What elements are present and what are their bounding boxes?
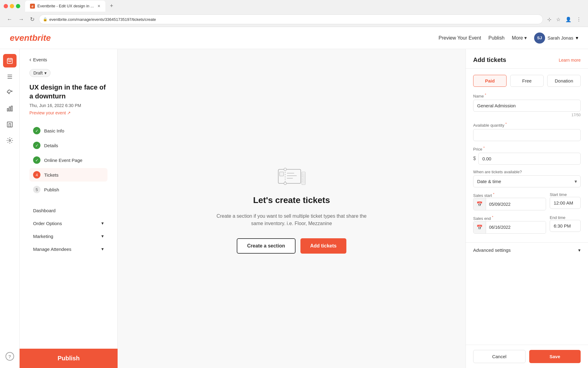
tab-close-button[interactable]: ✕ [97, 4, 100, 8]
new-tab-button[interactable]: + [108, 2, 115, 10]
tab-donation[interactable]: Donation [547, 75, 581, 87]
add-tickets-button[interactable]: Add tickets [300, 238, 346, 254]
back-to-events-link[interactable]: ‹ Events [29, 56, 107, 63]
sales-end-input-wrapper: 📅 [473, 221, 546, 234]
left-sidebar: ‹ Events Draft ▾ UX design in the face o… [20, 49, 118, 368]
step-label-basic-info: Basic Info [44, 128, 64, 133]
availability-label: When are tickets available? [473, 170, 581, 174]
tab-paid[interactable]: Paid [473, 75, 507, 87]
preview-event-link-sidebar[interactable]: Preview your event ↗ [29, 110, 107, 115]
content-description: Create a section if you want to sell mul… [215, 213, 368, 227]
minimize-traffic-light[interactable] [10, 4, 14, 8]
price-row: $ [473, 153, 581, 165]
more-nav-button[interactable]: More ▾ [512, 35, 526, 41]
sidebar-bottom: Dashboard Order Options ▾ Marketing ▾ Ma… [29, 205, 107, 255]
sales-start-field: Sales start * 📅 [473, 192, 546, 210]
step-tickets[interactable]: 4 Tickets [29, 168, 107, 182]
address-bar[interactable]: 🔒 eventbrite.com/manage/events/336451735… [39, 14, 543, 24]
content-actions: Create a section Add tickets [237, 238, 346, 254]
end-time-input[interactable] [550, 220, 581, 232]
more-label: More [512, 35, 523, 41]
cancel-button[interactable]: Cancel [473, 350, 526, 363]
learn-more-link[interactable]: Learn more [559, 58, 581, 63]
sidebar-icon-settings[interactable] [3, 134, 17, 147]
browser-tab-active[interactable]: Eventbrite - Edit UX design in ... ✕ [25, 1, 105, 12]
extensions-button[interactable]: ⊹ [545, 15, 553, 24]
svg-rect-2 [9, 61, 10, 62]
eventbrite-logo[interactable]: eventbrite [10, 33, 51, 43]
sales-end-input[interactable] [486, 222, 546, 233]
help-icon[interactable]: ? [6, 352, 14, 361]
publish-bar-label: Publish [58, 355, 80, 362]
sales-end-field: Sales end * 📅 [473, 215, 546, 233]
content-title: Let's create tickets [253, 195, 330, 205]
publish-nav-button[interactable]: Publish [488, 35, 504, 41]
quantity-label: Available quantity * [473, 122, 581, 128]
name-input[interactable] [473, 100, 581, 112]
marketing-label: Marketing [33, 234, 53, 239]
sidebar-item-order-options[interactable]: Order Options ▾ [29, 217, 107, 229]
price-input[interactable] [478, 153, 581, 165]
svg-point-15 [284, 182, 286, 185]
sidebar-icon-list[interactable] [3, 70, 17, 83]
marketing-chevron-icon: ▾ [101, 233, 104, 239]
tab-free[interactable]: Free [510, 75, 544, 87]
bookmark-button[interactable]: ☆ [554, 15, 562, 24]
svg-rect-19 [280, 172, 284, 176]
step-details[interactable]: ✓ Details [29, 139, 107, 152]
user-name: Sarah Jonas [548, 35, 573, 40]
order-options-chevron-icon: ▾ [101, 220, 104, 226]
sidebar-item-marketing[interactable]: Marketing ▾ [29, 230, 107, 242]
step-label-publish: Publish [44, 187, 59, 192]
events-back-label: Events [33, 57, 47, 62]
browser-refresh-button[interactable]: ↻ [28, 15, 36, 24]
step-num-publish: 5 [33, 186, 40, 193]
order-options-label: Order Options [33, 221, 62, 226]
sidebar-item-manage-attendees[interactable]: Manage Attendees ▾ [29, 243, 107, 255]
close-traffic-light[interactable] [4, 4, 8, 8]
status-badge[interactable]: Draft ▾ [29, 69, 51, 77]
lock-icon: 🔒 [43, 17, 47, 21]
sidebar-icon-building[interactable] [3, 118, 17, 131]
end-time-label: End time [550, 215, 581, 220]
icon-sidebar: ? [0, 49, 20, 368]
step-online-event-page[interactable]: ✓ Online Event Page [29, 153, 107, 167]
status-chevron-icon: ▾ [44, 71, 47, 75]
external-link-icon: ↗ [67, 110, 71, 115]
step-publish[interactable]: 5 Publish [29, 183, 107, 196]
sales-start-input-wrapper: 📅 [473, 198, 546, 210]
event-date: Thu, Jun 16, 2022 6:30 PM [29, 103, 107, 108]
sidebar-icon-megaphone[interactable] [3, 86, 17, 99]
sidebar-item-dashboard[interactable]: Dashboard [29, 205, 107, 216]
nav-steps: ✓ Basic Info ✓ Details ✓ Online Event Pa… [29, 124, 107, 196]
availability-select[interactable]: Date & time [473, 175, 581, 187]
sidebar-icon-chart[interactable] [3, 102, 17, 115]
char-count: 17/50 [473, 113, 581, 117]
advanced-settings-toggle[interactable]: Advanced settings ▾ [473, 243, 581, 258]
step-basic-info[interactable]: ✓ Basic Info [29, 124, 107, 137]
save-button[interactable]: Save [529, 350, 581, 363]
status-label: Draft [33, 71, 43, 75]
start-time-input[interactable] [550, 197, 581, 209]
top-navigation: eventbrite Preview Your Event Publish Mo… [0, 27, 588, 49]
quantity-input[interactable] [473, 129, 581, 141]
step-check-basic-info: ✓ [33, 127, 40, 134]
svg-rect-8 [9, 107, 10, 111]
svg-point-14 [284, 168, 286, 171]
user-dropdown[interactable]: SJ Sarah Jonas ▾ [534, 33, 578, 44]
profile-button[interactable]: 👤 [564, 15, 573, 24]
ticket-illustration [276, 163, 307, 188]
menu-button[interactable]: ⋮ [575, 15, 583, 24]
sidebar-icon-calendar[interactable] [3, 54, 17, 67]
publish-bar[interactable]: Publish [20, 349, 118, 368]
create-section-button[interactable]: Create a section [237, 238, 296, 254]
price-label: Price * [473, 146, 581, 151]
sales-start-input[interactable] [486, 199, 546, 210]
preview-event-link[interactable]: Preview Your Event [439, 35, 481, 41]
browser-forward-button[interactable]: → [17, 15, 26, 24]
browser-back-button[interactable]: ← [5, 15, 14, 24]
main-area: ? ‹ Events Draft ▾ UX design in the face… [0, 49, 588, 368]
sales-start-row: Sales start * 📅 Start time [473, 192, 581, 210]
fullscreen-traffic-light[interactable] [16, 4, 20, 8]
svg-rect-10 [7, 122, 12, 127]
